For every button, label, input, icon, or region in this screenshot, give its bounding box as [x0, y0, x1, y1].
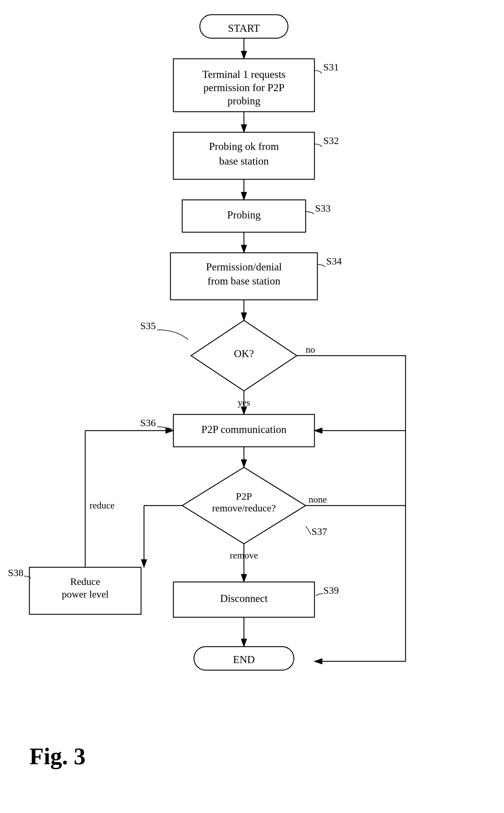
- s35-id: S35: [140, 320, 156, 331]
- s31-text-line2: permission for P2P: [203, 82, 284, 93]
- s34-text-line2: from base station: [207, 275, 280, 287]
- s33-id: S33: [315, 203, 331, 214]
- s34-text-line1: Permission/denial: [206, 261, 282, 273]
- s37-text-line2: remove/reduce?: [212, 503, 276, 513]
- s36-id: S36: [140, 417, 156, 428]
- s37-id: S37: [312, 526, 327, 537]
- s36-text: P2P communication: [201, 424, 287, 435]
- s39-id: S39: [323, 585, 339, 596]
- start-label: START: [228, 22, 260, 34]
- end-label: END: [233, 654, 255, 665]
- s32-id: S32: [323, 135, 339, 146]
- s32-text-line2: base station: [219, 155, 269, 167]
- s33-text: Probing: [227, 209, 261, 221]
- s31-text-line1: Terminal 1 requests: [202, 68, 285, 80]
- s35-no-label: no: [306, 344, 315, 355]
- s37-text-line1: P2P: [236, 491, 252, 502]
- s38-text-line2: power level: [62, 589, 109, 600]
- s31-id: S31: [323, 62, 339, 73]
- s39-text: Disconnect: [220, 593, 268, 604]
- flowchart-diagram: START Terminal 1 requests permission for…: [0, 0, 504, 813]
- svg-rect-1: [0, 0, 504, 813]
- s31-text-line3: probing: [227, 95, 260, 107]
- fig-label: Fig. 3: [29, 743, 86, 769]
- s37-reduce-label: reduce: [90, 500, 115, 511]
- s34-id: S34: [326, 256, 342, 267]
- s38-text-line1: Reduce: [70, 576, 100, 587]
- s32-text-line1: Probing ok from: [209, 140, 279, 152]
- s38-id: S38: [8, 567, 24, 578]
- s35-text: OK?: [234, 348, 254, 359]
- s37-none-label: none: [309, 494, 327, 505]
